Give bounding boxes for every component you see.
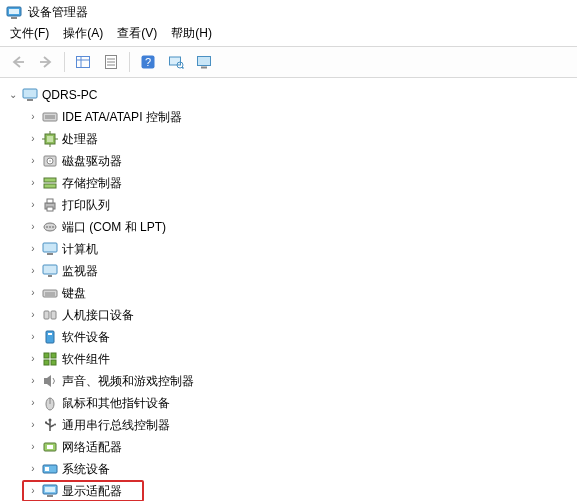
tree-root[interactable]: ⌄ QDRS-PC xyxy=(0,84,577,106)
computer-icon xyxy=(22,87,38,103)
tree-item[interactable]: ›端口 (COM 和 LPT) xyxy=(0,216,577,238)
keyboard-icon xyxy=(42,285,58,301)
tree-item-label: 显示适配器 xyxy=(62,480,122,501)
help-button[interactable]: ? xyxy=(136,51,160,73)
expand-arrow-icon[interactable]: › xyxy=(26,238,40,260)
port-icon xyxy=(42,219,58,235)
expand-arrow-icon[interactable]: › xyxy=(26,282,40,304)
expand-arrow-icon[interactable]: › xyxy=(26,304,40,326)
expand-arrow-icon[interactable]: › xyxy=(26,392,40,414)
back-button[interactable] xyxy=(6,51,30,73)
storage-icon xyxy=(42,175,58,191)
tree-item[interactable]: ›系统设备 xyxy=(0,458,577,480)
expand-arrow-icon[interactable]: › xyxy=(26,128,40,150)
tree-item-label: 鼠标和其他指针设备 xyxy=(62,392,170,414)
tree-item[interactable]: ›处理器 xyxy=(0,128,577,150)
highlighted-item[interactable]: ›显示适配器 xyxy=(22,480,144,501)
computer-icon xyxy=(42,241,58,257)
tree-item[interactable]: ›IDE ATA/ATAPI 控制器 xyxy=(0,106,577,128)
tree-item[interactable]: ›显示适配器 xyxy=(0,480,577,501)
expand-arrow-icon[interactable]: › xyxy=(26,326,40,348)
expand-arrow-icon[interactable]: › xyxy=(26,414,40,436)
tree-item[interactable]: ›通用串行总线控制器 xyxy=(0,414,577,436)
toolbar-separator xyxy=(64,52,65,72)
tree-item-label: 键盘 xyxy=(62,282,86,304)
expand-arrow-icon[interactable]: › xyxy=(26,216,40,238)
ide-icon xyxy=(42,109,58,125)
tree-item[interactable]: ›存储控制器 xyxy=(0,172,577,194)
properties-button[interactable] xyxy=(99,51,123,73)
tree-item[interactable]: ›监视器 xyxy=(0,260,577,282)
tree-item-label: 打印队列 xyxy=(62,194,110,216)
mouse-icon xyxy=(42,395,58,411)
menu-help[interactable]: 帮助(H) xyxy=(171,25,212,42)
tree-item[interactable]: ›计算机 xyxy=(0,238,577,260)
devices-by-type-button[interactable] xyxy=(192,51,216,73)
tree-item-label: 声音、视频和游戏控制器 xyxy=(62,370,194,392)
scan-icon xyxy=(168,54,184,70)
system-icon xyxy=(42,461,58,477)
expand-arrow-icon[interactable]: › xyxy=(26,370,40,392)
expand-arrow-icon[interactable]: ⌄ xyxy=(6,84,20,106)
disk-icon xyxy=(42,153,58,169)
audio-icon xyxy=(42,373,58,389)
expand-arrow-icon[interactable]: › xyxy=(26,260,40,282)
tree-item-label: 软件设备 xyxy=(62,326,110,348)
component-icon xyxy=(42,351,58,367)
tree-item-label: IDE ATA/ATAPI 控制器 xyxy=(62,106,182,128)
tree-item[interactable]: ›磁盘驱动器 xyxy=(0,150,577,172)
expand-arrow-icon[interactable]: › xyxy=(26,480,40,501)
expand-arrow-icon[interactable]: › xyxy=(26,194,40,216)
menu-bar: 文件(F) 操作(A) 查看(V) 帮助(H) xyxy=(0,23,577,47)
tree-item[interactable]: ›软件组件 xyxy=(0,348,577,370)
menu-file[interactable]: 文件(F) xyxy=(10,25,49,42)
scan-hardware-button[interactable] xyxy=(164,51,188,73)
expand-arrow-icon[interactable]: › xyxy=(26,172,40,194)
tree-item-label: 磁盘驱动器 xyxy=(62,150,122,172)
arrow-left-icon xyxy=(10,55,26,69)
console-tree-button[interactable] xyxy=(71,51,95,73)
help-icon: ? xyxy=(140,54,156,70)
svg-rect-19 xyxy=(23,89,37,98)
tree-item-label: 监视器 xyxy=(62,260,98,282)
svg-rect-20 xyxy=(27,99,33,101)
device-tree: ⌄ QDRS-PC ›IDE ATA/ATAPI 控制器›处理器›磁盘驱动器›存… xyxy=(0,78,577,501)
tree-item-label: 处理器 xyxy=(62,128,98,150)
expand-arrow-icon[interactable]: › xyxy=(26,106,40,128)
tree-item[interactable]: ›人机接口设备 xyxy=(0,304,577,326)
svg-rect-2 xyxy=(11,17,17,19)
tree-item[interactable]: ›打印队列 xyxy=(0,194,577,216)
menu-action[interactable]: 操作(A) xyxy=(63,25,103,42)
cpu-icon xyxy=(42,131,58,147)
display-icon xyxy=(42,483,58,499)
network-icon xyxy=(42,439,58,455)
tree-item-label: 端口 (COM 和 LPT) xyxy=(62,216,166,238)
svg-rect-18 xyxy=(201,67,207,69)
tree-item[interactable]: ›网络适配器 xyxy=(0,436,577,458)
toolbar-separator xyxy=(129,52,130,72)
tree-item[interactable]: ›鼠标和其他指针设备 xyxy=(0,392,577,414)
app-icon xyxy=(6,5,22,21)
properties-icon xyxy=(103,54,119,70)
tree-item-label: 通用串行总线控制器 xyxy=(62,414,170,436)
menu-view[interactable]: 查看(V) xyxy=(117,25,157,42)
tree-item[interactable]: ›键盘 xyxy=(0,282,577,304)
expand-arrow-icon[interactable]: › xyxy=(26,458,40,480)
tree-item-label: 软件组件 xyxy=(62,348,110,370)
expand-arrow-icon[interactable]: › xyxy=(26,436,40,458)
panel-icon xyxy=(75,54,91,70)
window-title: 设备管理器 xyxy=(28,4,88,21)
software-icon xyxy=(42,329,58,345)
forward-button[interactable] xyxy=(34,51,58,73)
tree-item[interactable]: ›软件设备 xyxy=(0,326,577,348)
svg-text:?: ? xyxy=(145,56,151,68)
hid-icon xyxy=(42,307,58,323)
svg-rect-17 xyxy=(198,57,211,66)
tree-item[interactable]: ›声音、视频和游戏控制器 xyxy=(0,370,577,392)
arrow-right-icon xyxy=(38,55,54,69)
usb-icon xyxy=(42,417,58,433)
expand-arrow-icon[interactable]: › xyxy=(26,348,40,370)
monitor-icon xyxy=(42,263,58,279)
svg-rect-5 xyxy=(77,57,90,68)
expand-arrow-icon[interactable]: › xyxy=(26,150,40,172)
